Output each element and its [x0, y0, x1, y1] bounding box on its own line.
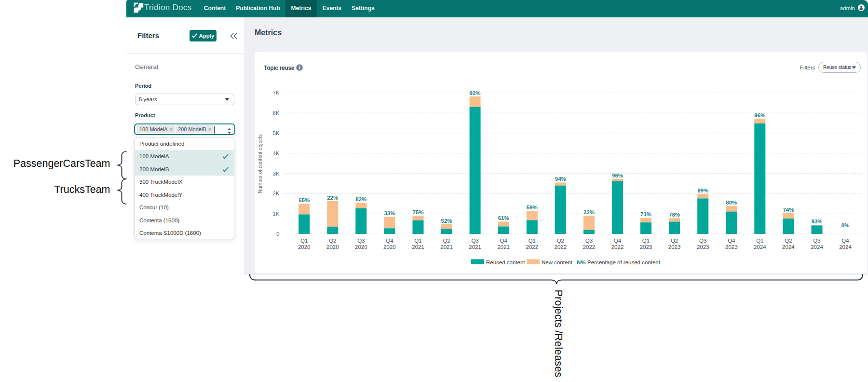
- svg-text:New content: New content: [542, 259, 573, 265]
- svg-text:Percentage of reused content: Percentage of reused content: [587, 259, 661, 265]
- svg-text:74%: 74%: [783, 207, 794, 213]
- svg-text:71%: 71%: [640, 211, 651, 217]
- svg-text:82%: 82%: [355, 196, 366, 202]
- svg-text:6K: 6K: [272, 110, 279, 116]
- svg-text:2022: 2022: [555, 244, 567, 250]
- svg-text:Q4: Q4: [614, 238, 622, 244]
- svg-text:Q3: Q3: [471, 238, 478, 244]
- svg-text:2022: 2022: [583, 244, 596, 250]
- svg-text:92%: 92%: [470, 90, 481, 96]
- svg-text:2020: 2020: [298, 244, 311, 250]
- svg-text:Q2: Q2: [671, 238, 678, 244]
- svg-text:0%: 0%: [841, 222, 850, 228]
- svg-text:Q2: Q2: [557, 238, 564, 244]
- svg-text:Number of content objects: Number of content objects: [257, 134, 263, 193]
- svg-text:2023: 2023: [697, 244, 709, 250]
- svg-text:2023: 2023: [725, 244, 738, 250]
- svg-text:2022: 2022: [611, 244, 624, 250]
- svg-text:Q1: Q1: [300, 238, 308, 244]
- svg-text:Q2: Q2: [443, 238, 450, 244]
- svg-text:2023: 2023: [668, 244, 681, 250]
- svg-text:2023: 2023: [640, 244, 652, 250]
- svg-text:22%: 22%: [583, 209, 595, 215]
- svg-text:2024: 2024: [839, 244, 852, 250]
- svg-text:Q4: Q4: [500, 238, 508, 244]
- svg-text:Q3: Q3: [699, 238, 706, 244]
- svg-text:75%: 75%: [412, 209, 423, 215]
- svg-text:7K: 7K: [272, 90, 279, 96]
- svg-text:Q2: Q2: [785, 238, 792, 244]
- svg-text:2020: 2020: [383, 244, 396, 250]
- svg-text:Q4: Q4: [728, 238, 735, 244]
- svg-text:96%: 96%: [612, 173, 623, 178]
- svg-text:2K: 2K: [272, 191, 279, 196]
- svg-text:94%: 94%: [555, 176, 566, 182]
- svg-text:61%: 61%: [498, 215, 509, 221]
- svg-text:Q3: Q3: [357, 238, 365, 244]
- svg-text:Q3: Q3: [585, 238, 593, 244]
- svg-text:2024: 2024: [754, 244, 766, 250]
- svg-text:Q1: Q1: [756, 238, 763, 244]
- svg-text:2021: 2021: [469, 244, 481, 250]
- svg-text:5K: 5K: [272, 130, 279, 136]
- svg-text:59%: 59%: [527, 205, 538, 210]
- svg-text:2020: 2020: [355, 244, 367, 250]
- svg-text:Q3: Q3: [813, 238, 820, 244]
- svg-text:93%: 93%: [811, 218, 822, 224]
- svg-text:52%: 52%: [441, 218, 452, 224]
- svg-text:Q4: Q4: [386, 238, 393, 244]
- svg-text:89%: 89%: [697, 188, 708, 193]
- svg-text:3K: 3K: [272, 171, 279, 177]
- svg-text:2021: 2021: [497, 244, 510, 250]
- svg-text:0: 0: [276, 231, 279, 237]
- svg-text:96%: 96%: [754, 112, 765, 118]
- svg-text:4K: 4K: [272, 150, 279, 156]
- svg-text:Q1: Q1: [529, 238, 536, 244]
- svg-text:Q1: Q1: [414, 238, 421, 244]
- svg-text:N%: N%: [577, 259, 586, 265]
- svg-text:2021: 2021: [440, 244, 453, 250]
- svg-text:Q1: Q1: [642, 238, 650, 244]
- svg-text:33%: 33%: [384, 210, 395, 216]
- svg-text:78%: 78%: [669, 212, 680, 218]
- svg-text:2021: 2021: [412, 244, 424, 250]
- svg-text:Reused content: Reused content: [486, 259, 525, 265]
- svg-text:Projects /Releases: Projects /Releases: [553, 290, 565, 378]
- svg-text:2022: 2022: [526, 244, 539, 250]
- svg-text:1K: 1K: [272, 211, 279, 217]
- svg-text:2024: 2024: [782, 244, 795, 250]
- svg-text:2024: 2024: [811, 244, 823, 250]
- svg-text:Q2: Q2: [329, 238, 336, 244]
- svg-text:80%: 80%: [726, 200, 737, 205]
- svg-text:22%: 22%: [327, 195, 338, 201]
- svg-text:Q4: Q4: [841, 238, 849, 244]
- svg-text:65%: 65%: [298, 197, 310, 203]
- svg-text:2020: 2020: [326, 244, 339, 250]
